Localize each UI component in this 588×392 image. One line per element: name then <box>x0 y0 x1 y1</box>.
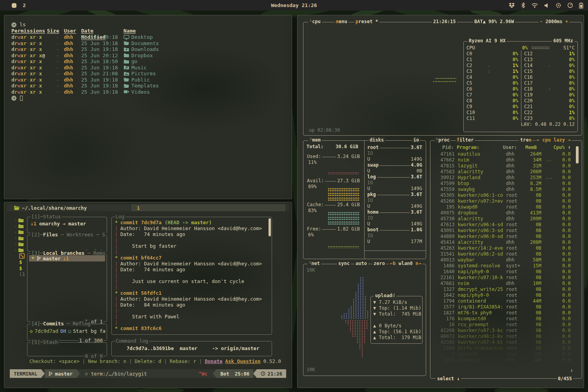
proc-row[interactable]: 45730alacrittydhh209M0.0 <box>433 216 571 221</box>
btop-proc-box[interactable]: ⁴proc filter tree ← cpu lazy → Pid: Prog… <box>430 140 582 379</box>
branch-row-master[interactable]: * master ↓1 <box>29 255 105 261</box>
panel-branches[interactable]: [3]─Local branches ─ Remo * master ↓1 1 … <box>27 253 107 322</box>
explorer-item[interactable]: › <box>15 229 28 235</box>
proc-row[interactable]: 47815lazygitdhh31M0.0 <box>433 163 571 169</box>
terminal-window-ls[interactable]: → ls Permissions Size User Date Modified… <box>4 15 292 199</box>
btop-preset-button[interactable]: preset * <box>354 19 379 24</box>
proc-row[interactable]: 1805pipewiredhh14M0.0 <box>433 357 571 363</box>
proc-row[interactable]: 47661nvimdhh10M0.0 <box>433 280 571 286</box>
proc-row[interactable]: 16rcu_preemptroot0B0.0 <box>433 321 571 327</box>
dropbox-icon[interactable] <box>508 2 515 8</box>
keybinding[interactable]: Rebase: r <box>170 358 196 365</box>
proc-row[interactable]: 46072kworker/u98:2-kvroot0B0.0 <box>433 333 571 339</box>
battery-icon[interactable] <box>579 2 583 9</box>
explorer-item[interactable] <box>15 253 28 259</box>
panel-files[interactable]: [2]─Files ─ Worktrees ─ S 0 of 0 <box>27 235 107 252</box>
proc-filter-button[interactable]: filter <box>456 137 475 143</box>
net-sync-button[interactable]: sync <box>337 261 351 266</box>
proc-row[interactable]: 47662nvimdhh34M..0.0 <box>433 157 571 163</box>
log-scrollbar[interactable] <box>269 218 271 236</box>
proc-row[interactable]: 1640napi/phy0-0root0B0.0 <box>433 269 571 274</box>
keybinding[interactable]: Delete: d <box>135 358 162 365</box>
net-interface-switcher[interactable]: ←b wlan0 n→ <box>389 261 423 266</box>
proc-sort-switcher[interactable]: ← cpu lazy → <box>535 137 572 143</box>
proc-row[interactable]: 47613kworker/u96:4-sdroot0B0.0 <box>433 221 571 227</box>
proc-row[interactable]: 40075dropboxdhh413M0.0 <box>433 210 571 216</box>
btop-mem-box[interactable]: ²mem disks io Total: 30.6 GiB Used:3.24 … <box>303 140 426 259</box>
btop-disks-title[interactable]: disks <box>368 137 385 143</box>
folder-icon <box>18 229 24 235</box>
donate-link[interactable]: Donate <box>205 358 222 365</box>
net-zero-button[interactable]: zero <box>372 261 386 266</box>
proc-row[interactable]: 1systemdroot13M0.0 <box>433 351 571 357</box>
proc-select-control[interactable]: select ↓ <box>436 376 461 381</box>
explorer-item[interactable]: $ <box>15 259 28 265</box>
proc-row[interactable]: 39912Hyprlanddhh253M...0.0 <box>433 174 571 180</box>
bluetooth-icon[interactable] <box>521 2 525 8</box>
keybinding[interactable]: Checkout: <space> <box>29 358 80 365</box>
workspace-indicator-icon[interactable] <box>12 3 16 8</box>
panel-stash[interactable]: [5]─Stash 0 of 0 <box>27 342 107 356</box>
explorer-sidebar[interactable]: ››››››$$(1 <box>15 217 28 277</box>
btop-io-toggle[interactable]: io <box>412 137 420 143</box>
panel-command-log[interactable]: Command log 7dc9d7a..b3691be master -> o… <box>111 341 272 356</box>
proc-row[interactable]: 42208kworker/u97:3-kcroot0B0.0 <box>433 327 571 333</box>
proc-row[interactable]: 1577irq/81-PIXA3854:root0B0.0 <box>433 304 571 310</box>
btop-cpu-box[interactable]: ¹cpu menu preset * 21:26:15 BAT▲ 98% 2.9… <box>303 22 582 136</box>
proc-row[interactable]: 42389kworker/u97:4-btroot0B0.0 <box>433 339 571 345</box>
btop-menu-button[interactable]: menu <box>335 19 348 24</box>
proc-row[interactable]: 40013waybardhh58M0.0 <box>433 257 571 263</box>
volume-icon[interactable] <box>544 3 550 8</box>
panel-commits[interactable]: [4]─Commits ─ Reflog ◇ 7dc9d7ad DH ○ Sta… <box>27 324 107 341</box>
gear-icon[interactable] <box>555 2 561 8</box>
proc-row[interactable]: 1327dmcrypt_write/25root0B0.0 <box>433 286 571 292</box>
proc-scrollbar[interactable] <box>576 146 579 163</box>
terminal-window-btop[interactable]: ¹cpu menu preset * 21:26:15 BAT▲ 98% 2.9… <box>297 15 584 388</box>
proc-row[interactable]: 44889kworker/u96:0-sdroot0B0.0 <box>433 233 571 239</box>
explorer-item[interactable]: $ <box>15 265 28 271</box>
commit-row[interactable]: ◇ 7dc9d7ad DH ○ Start bg fa <box>30 328 105 334</box>
explorer-item[interactable]: (1 <box>15 271 28 277</box>
proc-row[interactable]: 47559swaybgdhh8.5M0.0 <box>433 186 571 192</box>
proc-row[interactable]: 47599btopdhh8.2M0.0 <box>433 180 571 186</box>
terminal-window-lazygit[interactable]: ~/.local/share/omarchy 1 ››››››$$(1 [1]─… <box>4 202 292 388</box>
proc-row[interactable]: 1486systemd-resolvesyst+15M0.0 <box>433 263 571 269</box>
gauge-icon[interactable] <box>567 2 573 8</box>
proc-row[interactable]: 1794containerdroot44M0.0 <box>433 298 571 304</box>
proc-row[interactable]: 45266kworker/u97:2+evroot0B0.0 <box>433 198 571 204</box>
cpu-frequency: 605 MHz <box>552 38 574 44</box>
proc-list[interactable]: 47161nautilusdhh264M0.047662nvimdhh34M..… <box>433 151 571 363</box>
panel-log[interactable]: Log *commit 7dc9d7a (HEAD -> master)|Aut… <box>111 217 272 335</box>
proc-row[interactable]: 1827mt76-tx phy0root0B0.0 <box>433 310 571 316</box>
explorer-item[interactable]: › <box>15 223 28 229</box>
explorer-path[interactable]: ~/.local/share/omarchy <box>14 205 87 211</box>
proc-row[interactable]: 176kcompactd0root0B0.0 <box>433 316 571 321</box>
proc-row[interactable]: 1380btrfs-transactioroot0B0.0 <box>433 345 571 351</box>
proc-row[interactable]: 45414alacrittydhh208M0.0 <box>433 239 571 245</box>
proc-row[interactable]: 47583alacrittydhh206M0.0 <box>433 169 571 174</box>
proc-row[interactable]: 45263kworker/14:2-everoot0B0.0 <box>433 245 571 251</box>
explorer-item[interactable]: › <box>15 247 28 253</box>
proc-row[interactable]: 47161nautilusdhh264M0.0 <box>433 151 571 157</box>
prompt-line-active[interactable]: → <box>11 95 285 101</box>
keybinding[interactable]: New branch: n <box>88 358 126 365</box>
wifi-icon[interactable] <box>531 3 538 8</box>
proc-header[interactable]: Pid: Program: User: MemB Cpu% ↑ <box>433 145 571 150</box>
ask-question-link[interactable]: Ask Question <box>225 358 261 365</box>
btop-interval-control[interactable]: - 2000ms + <box>539 19 569 24</box>
net-auto-button[interactable]: auto <box>354 261 368 266</box>
explorer-item[interactable]: › <box>15 241 28 247</box>
proc-row[interactable]: 31541kworker/u96:2-sdroot0B0.0 <box>433 251 571 257</box>
proc-row[interactable]: 22161kworker/u97:10-kroot0B0.0 <box>433 274 571 280</box>
workspace-number[interactable]: 2 <box>23 2 26 8</box>
proc-row[interactable]: 1642napi/phy0-0root0B0.0 <box>433 292 571 298</box>
proc-row[interactable]: 195kswapd0root0B0.0 <box>433 204 571 210</box>
btop-net-box[interactable]: ³net sync auto zero ←b wlan0 n→ 10K 10K … <box>303 264 426 376</box>
explorer-item[interactable]: › <box>15 217 28 223</box>
tab-1[interactable]: 1 <box>137 205 140 211</box>
panel-status[interactable]: [1]─Status ↓1 omarchy → master <box>27 217 107 233</box>
explorer-item[interactable]: › <box>15 235 28 241</box>
proc-row[interactable]: 43091kworker/u96:3-sdroot0B0.0 <box>433 227 571 233</box>
proc-row[interactable]: 45305kworker/u96:1-coroot0B0.0 <box>433 192 571 198</box>
proc-tree-button[interactable]: tree <box>519 137 533 143</box>
